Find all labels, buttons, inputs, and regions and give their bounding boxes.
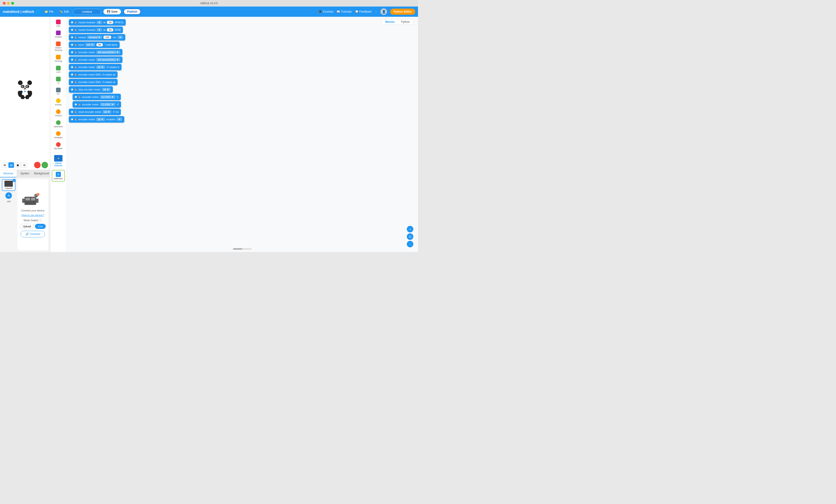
more-menu[interactable]: ···	[375, 10, 377, 13]
block-moves-forward-1[interactable]: 🤖 moves forward ▼ at 50 RPM fo	[69, 19, 126, 26]
stage-controls: ⊞ ▤ ▣ ⊟	[0, 160, 50, 170]
category-events[interactable]: Events	[50, 97, 66, 108]
tab-background[interactable]: Background	[33, 170, 50, 177]
how-to-link[interactable]: How to use device?	[21, 214, 44, 217]
cyberpi-device[interactable]: ✕ CyberPi	[2, 179, 15, 191]
scrollbar-thumb	[233, 248, 242, 250]
file-menu[interactable]: 📁 File	[43, 9, 55, 14]
category-iot[interactable]: IoT	[50, 86, 66, 97]
svg-rect-18	[25, 198, 30, 200]
block-12-checkbox[interactable]	[69, 103, 72, 106]
block-encoder-1-em1-2[interactable]: 🤖 encoder motor (1) EM1 ▼ ↺	[73, 101, 121, 108]
block-icon-2: 🤖	[74, 29, 77, 31]
mbot2-chassis-item[interactable]: 🤖 mBot2Chassis	[53, 154, 63, 168]
category-variables[interactable]: Variables	[50, 130, 66, 140]
python-editor-button[interactable]: Python Editor	[390, 8, 415, 15]
close-button[interactable]	[3, 2, 5, 5]
tutorials-link[interactable]: 📖 Tutorials	[337, 10, 352, 13]
block-moves-forward-2[interactable]: 🤖 moves forward ▼ at 50 RPM	[69, 26, 123, 33]
add-device-button[interactable]: +	[5, 192, 12, 199]
block-categories: LED Display Motion Sensing Sensing LAN A…	[50, 17, 66, 252]
python-toggle-button[interactable]: Python	[398, 19, 413, 24]
main-area: ⊞ ▤ ▣ ⊟ Devices Sprites Background ✕ Cyb…	[0, 17, 418, 252]
device-preview-image: ⚙	[22, 192, 43, 207]
category-display[interactable]: Display	[50, 29, 66, 40]
ai-label: AI	[57, 82, 59, 84]
block-encoder-motor-2[interactable]: 🤖 encoder motor left wheel(EM1) ▼	[69, 56, 122, 63]
category-led[interactable]: LED	[50, 18, 66, 29]
connect-text: Connect your device	[21, 209, 44, 212]
user-avatar[interactable]: 👤	[380, 8, 387, 15]
block-encoder-em1-2[interactable]: 🤖 encoder motor EM1 ↺ rotates at	[69, 79, 117, 85]
block-row-2: 🤖 moves forward ▼ at 50 RPM	[69, 26, 416, 33]
block-icon-6: 🤖	[74, 59, 77, 61]
led-dot	[56, 20, 61, 24]
block-encoder-1-em1-1[interactable]: 🤖 encoder motor (1) EM1 ▼ 's	[73, 94, 121, 100]
live-mode-button[interactable]: Live	[35, 224, 46, 229]
stop-button[interactable]	[34, 162, 41, 168]
category-control[interactable]: Control	[50, 108, 66, 118]
tab-sprites[interactable]: Sprites	[17, 170, 33, 177]
layout-2-button[interactable]: ▤	[8, 162, 14, 168]
block-encoder-em1-1[interactable]: 🤖 encoder motor EM1 ↺ rotates at	[69, 71, 117, 78]
zoom-in-button[interactable]: +	[407, 226, 413, 232]
go-button[interactable]	[41, 162, 48, 168]
category-motion-sensing[interactable]: Motion Sensing	[50, 40, 66, 53]
block-icon-9: 🤖	[74, 81, 77, 83]
variables-label: Variables	[54, 136, 63, 139]
file-icon: 📁	[44, 10, 48, 13]
brand-text: makeblock | mBlock	[3, 10, 34, 14]
feedback-link[interactable]: 💬 Feedback	[355, 10, 372, 13]
publish-button[interactable]: Publish	[124, 8, 141, 15]
category-sensing[interactable]: Sensing	[50, 53, 66, 64]
block-encoder-motor-all[interactable]: 🤖 encoder motor all ▼ ↺ rotates b	[69, 64, 121, 71]
layout-4-button[interactable]: ⊟	[21, 162, 27, 168]
block-moves-forward-3[interactable]: 🤖 moves forward ▼ 100 cm ▼	[69, 34, 125, 41]
operators-label: Operators	[54, 125, 63, 128]
lan-dot	[56, 66, 61, 71]
layout-3-button[interactable]: ▣	[15, 162, 20, 168]
upload-mode-button[interactable]: Upload	[20, 224, 34, 229]
feedback-icon: 💬	[355, 10, 359, 13]
layout-1-button[interactable]: ⊞	[2, 162, 7, 168]
block-row-1: 🤖 moves forward ▼ at 50 RPM fo	[69, 19, 416, 26]
block-11-checkbox[interactable]	[69, 96, 72, 98]
tab-devices[interactable]: Devices	[0, 170, 17, 177]
extension-button[interactable]: + extension	[52, 170, 65, 181]
info-icon: ⓘ	[39, 218, 42, 222]
courses-link[interactable]: 🎓 Courses	[318, 10, 333, 13]
motion-sensing-dot	[56, 41, 61, 46]
block-checkbox-row-11: 🤖 encoder motor (1) EM1 ▼ 's	[69, 94, 121, 100]
brand-logo: makeblock | mBlock 🌐	[3, 9, 40, 14]
zoom-reset-button[interactable]: ⊙	[407, 233, 413, 240]
block-stop-encoder[interactable]: 🤖 stop encoder motor all ▼	[69, 86, 113, 93]
sensing-dot	[56, 55, 61, 59]
block-encoder-motor-1[interactable]: 🤖 encoder motor left wheel(EM1) ▼	[69, 49, 122, 56]
category-myblock[interactable]: My Block	[50, 141, 66, 151]
blocks-toggle-button[interactable]: Blocks	[382, 19, 398, 24]
block-row-8: 🤖 encoder motor EM1 ↺ rotates at	[69, 71, 416, 78]
block-reset-encoder[interactable]: 🤖 reset encoder motor all ▼ ↺ rot	[69, 109, 121, 115]
block-row-5: 🤖 encoder motor left wheel(EM1) ▼	[69, 49, 416, 56]
category-lan[interactable]: LAN	[50, 64, 66, 75]
remove-device-button[interactable]: ✕	[13, 179, 16, 182]
minimize-button[interactable]	[7, 2, 10, 5]
zoom-out-button[interactable]: -	[407, 241, 413, 247]
category-ai[interactable]: AI	[50, 75, 66, 86]
block-turns-left[interactable]: 🤖 turns left ▼ 90 ° until done	[69, 41, 120, 48]
display-dot	[56, 31, 61, 35]
svg-point-9	[22, 86, 23, 87]
block-encoder-enables[interactable]: 🤖 encoder motor all ▼ enables ▼	[69, 116, 124, 123]
save-button[interactable]: 💾 Save	[103, 9, 121, 15]
block-row-9: 🤖 encoder motor EM1 ↺ rotates at	[69, 79, 416, 85]
horizontal-scrollbar[interactable]	[233, 248, 252, 250]
edit-menu[interactable]: ✏️ Edit	[58, 9, 71, 14]
connect-button[interactable]: 🔗 Connect	[20, 231, 45, 237]
category-operators[interactable]: Operators	[50, 119, 66, 129]
panda-sprite	[16, 78, 34, 99]
events-label: Events	[55, 103, 62, 106]
project-title-input[interactable]	[73, 9, 101, 15]
extension-label: extension	[54, 177, 63, 180]
maximize-button[interactable]	[11, 2, 14, 5]
globe-icon: 🌐	[36, 9, 40, 14]
